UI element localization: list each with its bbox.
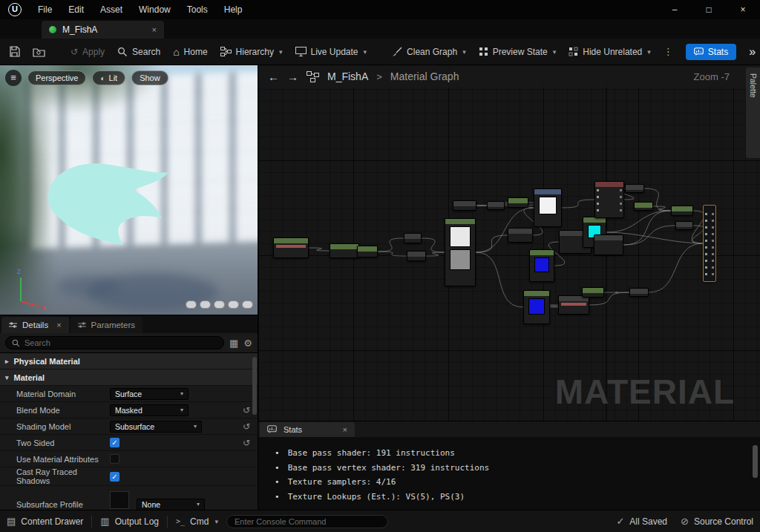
tab-parameters[interactable]: Parameters <box>71 317 142 333</box>
details-search-box[interactable] <box>5 336 224 349</box>
tab-close-icon[interactable]: × <box>343 425 347 434</box>
material-node[interactable] <box>529 249 554 282</box>
material-node[interactable] <box>675 221 693 230</box>
maximize-button[interactable]: □ <box>692 0 726 19</box>
material-node[interactable] <box>594 234 623 255</box>
material-node[interactable] <box>671 206 693 216</box>
reset-to-default-button[interactable]: ↺ <box>243 438 250 448</box>
viewport-control-icon[interactable] <box>228 301 239 309</box>
console-command-input[interactable] <box>235 517 380 526</box>
material-node[interactable] <box>453 200 476 211</box>
console-command-box[interactable] <box>226 515 388 528</box>
subsurface-profile-dropdown[interactable]: None▾ <box>137 499 205 510</box>
asset-tab-m-fisha[interactable]: M_FishA × <box>42 21 164 39</box>
section-material[interactable]: ▾Material <box>0 370 258 386</box>
material-node[interactable] <box>273 237 309 258</box>
use-material-attributes-checkbox[interactable] <box>110 454 119 464</box>
viewport-control-icon[interactable] <box>200 301 211 309</box>
menu-item-file[interactable]: File <box>30 0 60 19</box>
stats-tab[interactable]: Stats × <box>260 422 355 437</box>
lit-mode-button[interactable]: ◐ Lit <box>92 70 125 85</box>
show-menu-button[interactable]: Show <box>131 70 168 85</box>
palette-side-tab[interactable]: Palette <box>746 68 760 158</box>
breadcrumb-asset[interactable]: M_FishA <box>327 70 368 82</box>
all-saved-indicator[interactable]: ✓ All Saved <box>616 516 667 527</box>
more-options-kebab-icon[interactable]: ⋮ <box>664 46 673 57</box>
save-button[interactable] <box>9 46 20 57</box>
details-tab-bar: Details × Parameters <box>0 315 258 333</box>
viewport-control-icon[interactable] <box>214 301 225 309</box>
hide-unrelated-dropdown[interactable]: Hide Unrelated ▾ <box>569 47 651 57</box>
material-node[interactable] <box>534 188 562 227</box>
hierarchy-dropdown[interactable]: Hierarchy ▾ <box>220 47 283 57</box>
material-node[interactable] <box>625 184 644 193</box>
statusbar-separator <box>91 516 92 528</box>
toolbar-overflow-icon[interactable]: » <box>749 45 757 59</box>
material-node[interactable] <box>404 233 422 243</box>
preview-state-dropdown[interactable]: Preview State ▾ <box>479 47 557 57</box>
cast-ray-traced-shadows-checkbox[interactable]: ✓ <box>110 472 119 482</box>
menu-item-help[interactable]: Help <box>216 0 251 19</box>
material-node[interactable] <box>523 290 550 324</box>
material-node[interactable] <box>703 205 716 282</box>
node-preview <box>450 249 471 270</box>
material-node[interactable] <box>487 201 505 210</box>
display-filter-grid-icon[interactable]: ▦ <box>229 338 238 348</box>
reset-to-default-button[interactable]: ↺ <box>243 405 250 416</box>
material-node[interactable] <box>357 246 378 257</box>
forward-icon[interactable]: → <box>287 70 298 83</box>
shading-model-dropdown[interactable]: Subsurface▾ <box>110 421 202 433</box>
material-node[interactable] <box>508 197 528 208</box>
material-node[interactable] <box>594 181 624 218</box>
minimize-button[interactable]: – <box>658 0 692 19</box>
live-update-dropdown[interactable]: Live Update ▾ <box>295 47 367 57</box>
scrollbar-thumb[interactable] <box>753 445 758 478</box>
node-preview <box>450 226 471 247</box>
search-button[interactable]: Search <box>117 47 160 57</box>
cmd-dropdown[interactable]: >_ Cmd ▾ <box>176 516 218 527</box>
graph-canvas[interactable]: MATERIAL ← → M_FishA > Material Graph Zo… <box>258 65 760 421</box>
browse-to-asset-button[interactable] <box>33 47 45 57</box>
material-node[interactable] <box>558 295 589 315</box>
clean-graph-dropdown[interactable]: Clean Graph ▾ <box>392 47 466 57</box>
material-node[interactable] <box>634 202 653 211</box>
menu-item-tools[interactable]: Tools <box>179 0 216 19</box>
preview-viewport[interactable]: ≡ Perspective ◐ Lit Show Z X <box>0 65 258 315</box>
stats-scrollbar[interactable] <box>753 442 758 508</box>
two-sided-checkbox[interactable]: ✓ <box>110 438 119 447</box>
menu-item-asset[interactable]: Asset <box>92 0 131 19</box>
stats-toggle-button[interactable]: Stats <box>686 44 736 60</box>
menu-item-window[interactable]: Window <box>131 0 179 19</box>
graph-overview-icon[interactable] <box>307 71 319 82</box>
menu-item-edit[interactable]: Edit <box>60 0 92 19</box>
material-node[interactable] <box>330 243 359 258</box>
material-node[interactable] <box>445 218 476 286</box>
perspective-button[interactable]: Perspective <box>27 70 86 85</box>
content-drawer-button[interactable]: ▤ Content Drawer <box>7 516 83 527</box>
details-search-input[interactable] <box>24 338 217 347</box>
apply-button[interactable]: ↺ Apply <box>71 47 105 57</box>
material-domain-dropdown[interactable]: Surface▾ <box>110 388 189 400</box>
source-control-button[interactable]: ⊘ Source Control <box>681 516 753 527</box>
home-button[interactable]: ⌂ Home <box>173 46 207 58</box>
material-node[interactable] <box>407 251 426 261</box>
tab-details[interactable]: Details × <box>1 317 69 333</box>
close-button[interactable]: × <box>726 0 760 19</box>
viewport-control-icon[interactable] <box>186 301 197 309</box>
scrollbar-thumb[interactable] <box>252 357 257 415</box>
material-node[interactable] <box>508 228 533 243</box>
settings-gear-icon[interactable]: ⚙ <box>243 338 252 348</box>
asset-thumbnail[interactable]: None <box>110 491 129 510</box>
material-node[interactable] <box>582 287 604 298</box>
blend-mode-dropdown[interactable]: Masked▾ <box>110 404 189 416</box>
reset-to-default-button[interactable]: ↺ <box>243 421 250 432</box>
back-icon[interactable]: ← <box>268 70 279 83</box>
section-physical-material[interactable]: ▸Physical Material <box>0 353 258 370</box>
output-log-button[interactable]: ▥ Output Log <box>100 516 159 527</box>
details-scrollbar[interactable] <box>252 355 257 508</box>
material-node[interactable] <box>629 288 649 297</box>
tab-close-icon[interactable]: × <box>56 321 61 329</box>
viewport-menu-icon[interactable]: ≡ <box>5 70 22 86</box>
tab-close-icon[interactable]: × <box>152 25 157 34</box>
viewport-control-icon[interactable] <box>242 301 253 309</box>
